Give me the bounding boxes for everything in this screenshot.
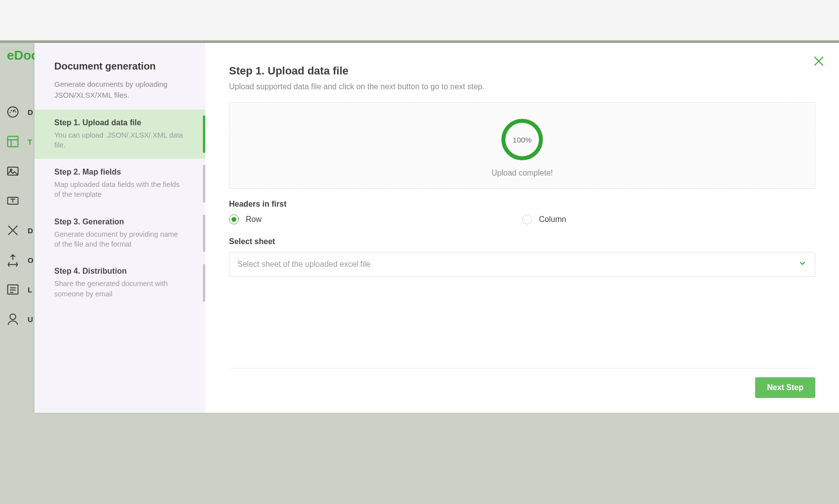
nav-label: D (28, 108, 33, 116)
select-sheet-label: Select sheet (229, 237, 815, 246)
select-sheet-dropdown[interactable]: Select sheet of the uploaded excel file (229, 252, 815, 277)
nav-label: L (28, 286, 32, 294)
next-step-button[interactable]: Next Step (755, 377, 815, 398)
step-item-3[interactable]: Step 3. Generation Generate document by … (35, 209, 205, 258)
close-button[interactable] (811, 54, 826, 69)
step-item-4[interactable]: Step 4. Distribution Share the generated… (35, 258, 205, 308)
select-placeholder: Select sheet of the uploaded excel file (237, 260, 371, 269)
radio-label: Column (539, 215, 566, 224)
step-desc: Share the generated document with someon… (54, 279, 186, 299)
upload-progress-ring: 100% (500, 117, 544, 162)
chevron-down-icon (798, 259, 807, 270)
image-icon (5, 163, 21, 179)
step-title: Step 1. Upload data file (54, 118, 186, 127)
step-desc: Map uploaded data fields with the fields… (54, 180, 186, 200)
gauge-icon (5, 104, 21, 120)
nav-label: U (28, 315, 33, 324)
radio-row-option[interactable]: Row (229, 215, 522, 224)
radio-column-option[interactable]: Column (522, 215, 815, 224)
nav-label: O (28, 256, 34, 264)
upload-status-text: Upload complete! (234, 169, 810, 178)
main-panel: Step 1. Upload data file Upload supporte… (205, 43, 839, 413)
sidebar-title-block: Document generation Generate documents b… (35, 61, 205, 109)
document-generation-modal: Document generation Generate documents b… (35, 43, 839, 413)
svg-rect-1 (8, 137, 18, 147)
text-box-icon (5, 193, 21, 209)
upload-dropzone[interactable]: 100% Upload complete! (229, 102, 815, 189)
brand-logo: eDoc (7, 48, 38, 63)
radio-label: Row (246, 215, 262, 224)
arrows-icon (5, 252, 21, 268)
step-item-1[interactable]: Step 1. Upload data file You can upload … (35, 109, 205, 159)
nav-label: T (28, 138, 32, 146)
template-icon (5, 134, 21, 149)
svg-point-6 (10, 314, 16, 320)
radio-icon (229, 215, 239, 224)
sidebar-title: Document generation (54, 61, 186, 72)
headers-label: Headers in first (229, 200, 815, 209)
step-title: Step 3. Generation (54, 217, 186, 226)
step-desc: You can upload .JSON/.XLSX/.XML data fil… (54, 130, 186, 150)
sidebar-subtitle: Generate documents by uploading JSON/XLS… (54, 79, 186, 101)
list-icon (5, 282, 21, 297)
main-heading: Step 1. Upload data file (229, 65, 815, 77)
nav-label: D (28, 226, 33, 235)
step-title: Step 4. Distribution (54, 267, 186, 276)
user-icon (5, 311, 21, 327)
footer-bar: Next Step (229, 368, 815, 398)
main-subheading: Upload supported data file and click on … (229, 82, 815, 91)
top-blank-bar (0, 0, 839, 40)
close-icon (811, 54, 826, 69)
step-desc: Generate document by providing name of t… (54, 229, 186, 250)
steps-sidebar: Document generation Generate documents b… (35, 43, 205, 413)
step-title: Step 2. Map fields (54, 168, 186, 177)
radio-icon (522, 215, 532, 224)
headers-radio-group: Row Column (229, 215, 815, 224)
upload-progress-percent: 100% (500, 117, 544, 162)
pencil-cross-icon (5, 222, 21, 238)
step-item-2[interactable]: Step 2. Map fields Map uploaded data fie… (35, 159, 205, 209)
